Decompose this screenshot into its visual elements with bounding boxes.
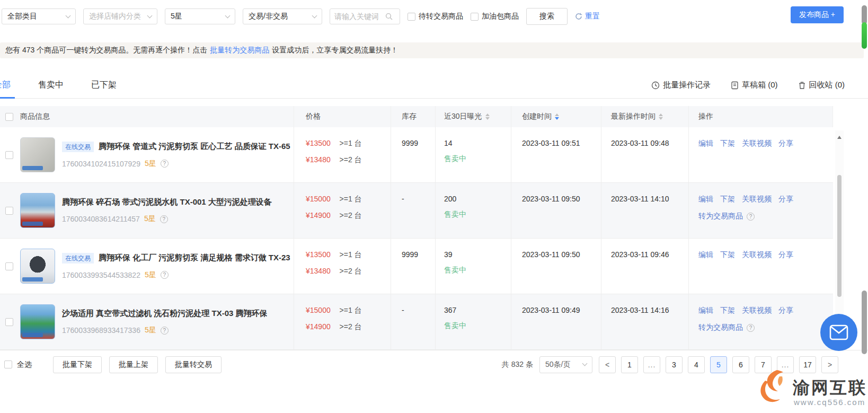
- product-thumbnail[interactable]: [20, 304, 55, 339]
- page-button[interactable]: 3: [666, 356, 683, 373]
- batch-delist-button[interactable]: 批量下架: [53, 356, 102, 373]
- drafts-link[interactable]: 草稿箱 (0): [731, 80, 778, 90]
- share-link[interactable]: 分享: [778, 306, 793, 315]
- chevron-down-icon: [225, 13, 231, 18]
- select-all-row[interactable]: 全选: [4, 360, 32, 370]
- page-button[interactable]: 1: [621, 356, 638, 373]
- batch-operation-log-label: 批量操作记录: [663, 80, 711, 90]
- row-checkbox[interactable]: [5, 207, 13, 215]
- batch-convert-button[interactable]: 批量转交易: [165, 356, 222, 373]
- page-ellipsis[interactable]: ...: [643, 356, 660, 373]
- recycle-bin-label: 回收站 (0): [809, 80, 845, 90]
- related-video-link[interactable]: 关联视频: [742, 139, 772, 148]
- header-updated-label: 最新操作时间: [611, 112, 656, 121]
- product-title[interactable]: 腾翔环保 管道式 污泥剪切泵 匠心工艺 品质保证 TX-65: [99, 142, 290, 152]
- shop-category-select[interactable]: 选择店铺内分类: [83, 8, 157, 24]
- chevron-down-icon: [312, 13, 317, 18]
- scrollbar-thumb[interactable]: [837, 175, 842, 297]
- page-size-select[interactable]: 50条/页: [539, 356, 592, 373]
- product-cell: 腾翔环保 碎石场 带式污泥脱水机 TX-001 大型污泥处理设备 1760034…: [0, 183, 294, 238]
- convert-to-trade-link[interactable]: 转为交易商品: [698, 212, 743, 221]
- delist-link[interactable]: 下架: [720, 139, 735, 148]
- refresh-icon: [575, 13, 582, 20]
- tab-selling[interactable]: 售卖中: [36, 72, 66, 98]
- delist-link[interactable]: 下架: [720, 306, 735, 315]
- related-video-link[interactable]: 关联视频: [742, 195, 772, 204]
- product-id: 1760033968933417336: [62, 326, 140, 335]
- product-info: 沙场适用 真空带式过滤机 洗石粉污泥处理 TX-03 腾翔环保 17600339…: [62, 309, 268, 335]
- select-all-checkbox[interactable]: [4, 361, 12, 368]
- batch-convert-link[interactable]: 批量转为交易商品: [210, 46, 269, 55]
- stock-value: -: [402, 306, 404, 314]
- help-icon[interactable]: ?: [161, 160, 169, 168]
- delist-link[interactable]: 下架: [720, 195, 735, 204]
- fuel-pack-checkbox[interactable]: [471, 13, 479, 21]
- chevron-down-icon: [582, 361, 588, 366]
- star-select[interactable]: 5星: [165, 8, 235, 24]
- related-video-link[interactable]: 关联视频: [742, 306, 772, 315]
- product-thumbnail[interactable]: [20, 249, 55, 284]
- browser-scrollbar-thumb[interactable]: [862, 291, 867, 354]
- chat-contact-button[interactable]: [820, 314, 857, 351]
- help-icon[interactable]: ?: [160, 215, 168, 223]
- edit-link[interactable]: 编辑: [698, 250, 713, 260]
- fuel-pack-checkbox-row[interactable]: 加油包商品: [471, 12, 519, 21]
- row-checkbox[interactable]: [5, 151, 13, 159]
- keyword-search-field: [330, 8, 400, 24]
- keyword-input[interactable]: [334, 12, 385, 21]
- related-video-link[interactable]: 关联视频: [742, 250, 772, 260]
- help-icon[interactable]: ?: [747, 213, 755, 221]
- product-thumbnail[interactable]: [20, 193, 55, 228]
- scroll-up-arrow-icon[interactable]: [837, 134, 842, 139]
- help-icon[interactable]: ?: [747, 324, 755, 332]
- help-icon[interactable]: ?: [161, 271, 169, 279]
- sort-updated-icon[interactable]: [659, 111, 663, 122]
- table-row: 在线交易 腾翔环保 化工厂 污泥剪切泵 满足规格 需求订做 TX-23 1760…: [0, 239, 833, 294]
- recycle-bin-link[interactable]: 回收站 (0): [798, 80, 845, 90]
- reset-link[interactable]: 重置: [575, 12, 600, 21]
- product-title[interactable]: 腾翔环保 化工厂 污泥剪切泵 满足规格 需求订做 TX-23: [99, 253, 290, 263]
- tab-all[interactable]: 全部: [0, 72, 13, 98]
- edit-link[interactable]: 编辑: [698, 139, 713, 148]
- next-page-button[interactable]: >: [821, 356, 838, 373]
- pending-trade-checkbox-row[interactable]: 待转交易商品: [408, 12, 463, 21]
- batch-operation-log-link[interactable]: 批量操作记录: [651, 80, 711, 90]
- pending-trade-checkbox[interactable]: [408, 13, 415, 21]
- action-links: 编辑下架关联视频分享: [698, 250, 833, 260]
- product-id: 1760033993544533822: [62, 271, 140, 279]
- product-title[interactable]: 腾翔环保 碎石场 带式污泥脱水机 TX-001 大型污泥处理设备: [62, 197, 272, 207]
- created-time: 2023-03-11 09:50: [522, 250, 580, 259]
- convert-to-trade-link[interactable]: 转为交易商品: [698, 323, 743, 332]
- search-button[interactable]: 搜索: [526, 8, 568, 25]
- search-icon: [385, 13, 393, 20]
- edit-link[interactable]: 编辑: [698, 195, 713, 204]
- price-cell: ¥15000 >=1 台 ¥14900 >=2 台: [294, 183, 391, 238]
- product-star-rating: 5星: [144, 214, 156, 224]
- prev-page-button[interactable]: <: [599, 356, 616, 373]
- sort-exposure-icon[interactable]: [485, 111, 490, 122]
- trade-select[interactable]: 交易/非交易: [243, 8, 322, 24]
- row-checkbox[interactable]: [5, 262, 13, 270]
- delist-link[interactable]: 下架: [720, 250, 735, 260]
- page-button[interactable]: 17: [799, 356, 816, 373]
- publish-product-button[interactable]: 发布商品 +: [791, 6, 844, 23]
- tabs-row: 全部售卖中已下架 批量操作记录 草稿箱 (0): [0, 72, 868, 99]
- share-link[interactable]: 分享: [778, 195, 793, 204]
- page-button[interactable]: 6: [732, 356, 749, 373]
- product-title[interactable]: 沙场适用 真空带式过滤机 洗石粉污泥处理 TX-03 腾翔环保: [62, 309, 268, 319]
- sort-created-icon[interactable]: [555, 111, 559, 122]
- current-page-button[interactable]: 5: [710, 356, 727, 373]
- row-checkbox[interactable]: [5, 318, 13, 326]
- help-icon[interactable]: ?: [161, 327, 169, 335]
- share-link[interactable]: 分享: [778, 250, 793, 260]
- category-select[interactable]: 全部类目: [2, 8, 76, 24]
- share-link[interactable]: 分享: [778, 139, 793, 148]
- batch-list-button[interactable]: 批量上架: [109, 356, 158, 373]
- edit-link[interactable]: 编辑: [698, 306, 713, 315]
- page-button[interactable]: 4: [688, 356, 705, 373]
- tab-delisted[interactable]: 已下架: [89, 72, 119, 98]
- select-all-header-checkbox[interactable]: [5, 113, 13, 121]
- product-cell: 沙场适用 真空带式过滤机 洗石粉污泥处理 TX-03 腾翔环保 17600339…: [0, 294, 294, 349]
- product-thumbnail[interactable]: [20, 137, 55, 172]
- exposure-cell: 200 售卖中: [436, 183, 511, 238]
